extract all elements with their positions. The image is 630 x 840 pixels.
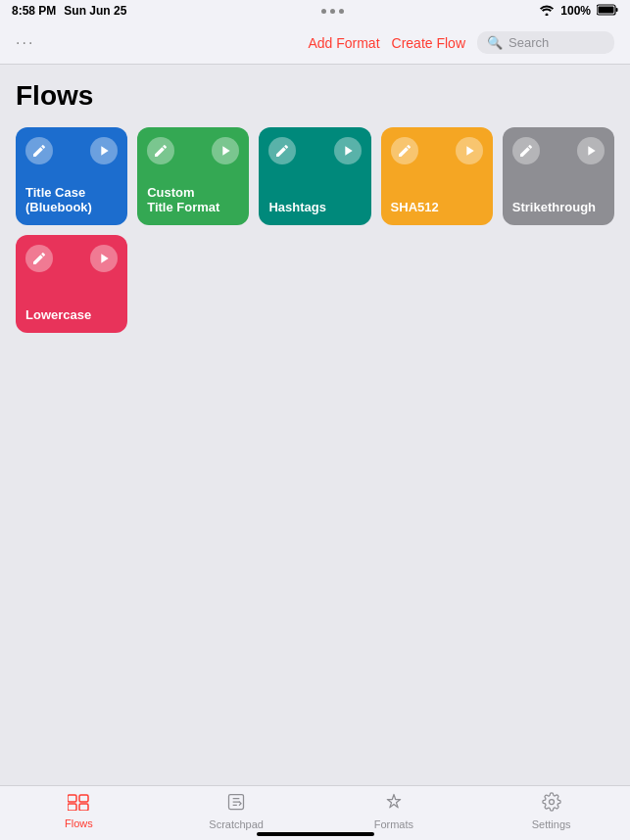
create-flow-button[interactable]: Create Flow (392, 35, 465, 51)
main-content: Flows Title Case(Bluebook) (0, 65, 630, 785)
search-placeholder: Search (509, 35, 549, 50)
tab-bar: Flows Scratchpad Formats Settings (0, 785, 630, 840)
flow-label-strikethrough: Strikethrough (512, 200, 605, 215)
edit-icon-circle-sha512 (391, 137, 418, 164)
svg-rect-6 (79, 804, 88, 811)
flow-card-lowercase[interactable]: Lowercase (16, 235, 127, 333)
edit-icon (31, 143, 47, 159)
dot1 (321, 9, 326, 14)
settings-tab-icon (542, 792, 561, 816)
flow-card-title-case[interactable]: Title Case(Bluebook) (16, 127, 127, 225)
svg-rect-5 (79, 795, 88, 802)
edit-icon-hashtags (274, 143, 290, 159)
play-icon-circle[interactable] (90, 137, 118, 164)
edit-icon-circle-custom (147, 137, 174, 164)
svg-point-8 (549, 800, 554, 805)
flow-card-custom-title[interactable]: CustomTitle Format (137, 127, 249, 225)
flow-card-sha512[interactable]: SHA512 (381, 127, 493, 225)
status-center (321, 9, 344, 14)
flow-label-custom-title: CustomTitle Format (147, 185, 239, 215)
flow-grid-row1: Title Case(Bluebook) CustomTitle Format (16, 127, 614, 225)
play-icon-lowercase (96, 251, 112, 266)
edit-icon-circle-lowercase (25, 245, 53, 272)
flow-card-strikethrough[interactable]: Strikethrough (503, 127, 614, 225)
tab-flows-label: Flows (65, 817, 93, 829)
add-format-button[interactable]: Add Format (308, 35, 379, 51)
play-icon-hashtags (340, 143, 356, 159)
formats-tab-icon (384, 792, 404, 816)
dot3 (339, 9, 344, 14)
card-icons-sha512 (391, 137, 483, 164)
page-title: Flows (16, 80, 614, 112)
status-date: Sun Jun 25 (64, 4, 126, 18)
flow-grid-row2: Lowercase (16, 235, 614, 333)
card-icons-hashtags (268, 137, 361, 164)
edit-icon-circle (25, 137, 53, 164)
nav-more-dots[interactable]: ··· (16, 34, 34, 52)
svg-rect-1 (615, 8, 617, 12)
flow-label-lowercase: Lowercase (25, 307, 118, 323)
play-icon-circle-lowercase[interactable] (90, 245, 118, 272)
card-icons-lowercase (25, 245, 118, 272)
tab-flows[interactable]: Flows (0, 793, 158, 829)
svg-rect-3 (68, 795, 76, 802)
home-indicator (257, 832, 374, 836)
card-icons-strikethrough (512, 137, 605, 164)
edit-icon-sha512 (397, 143, 412, 159)
nav-actions: Add Format Create Flow 🔍 Search (308, 31, 614, 54)
card-icons-custom (147, 137, 239, 164)
status-bar: 8:58 PM Sun Jun 25 100% (0, 0, 630, 22)
flows-tab-icon (68, 793, 89, 815)
play-icon-circle-hashtags[interactable] (334, 137, 362, 164)
tab-scratchpad[interactable]: Scratchpad (158, 792, 315, 830)
search-bar[interactable]: 🔍 Search (477, 31, 614, 54)
flow-card-hashtags[interactable]: Hashtags (259, 127, 370, 225)
edit-icon-custom (153, 143, 169, 159)
flow-label-title-case: Title Case(Bluebook) (25, 185, 118, 215)
edit-icon-circle-strikethrough (512, 137, 540, 164)
status-time: 8:58 PM (12, 4, 56, 18)
search-icon: 🔍 (487, 35, 503, 50)
play-icon-circle-strikethrough[interactable] (577, 137, 605, 164)
tab-formats-label: Formats (374, 818, 413, 830)
tab-formats[interactable]: Formats (315, 792, 473, 830)
tab-scratchpad-label: Scratchpad (209, 818, 264, 830)
edit-icon-circle-hashtags (268, 137, 296, 164)
card-icons (25, 137, 118, 164)
status-right: 100% (539, 4, 618, 19)
nav-bar: ··· Add Format Create Flow 🔍 Search (0, 22, 630, 65)
wifi-icon (539, 4, 555, 19)
dot2 (330, 9, 335, 14)
scratchpad-tab-icon (226, 792, 246, 816)
battery-percent: 100% (560, 4, 591, 18)
battery-icon (597, 4, 618, 19)
play-icon (96, 143, 112, 159)
flow-label-hashtags: Hashtags (268, 200, 361, 215)
play-icon-strikethrough (583, 143, 599, 159)
edit-icon-strikethrough (518, 143, 534, 159)
play-icon-circle-custom[interactable] (212, 137, 239, 164)
edit-icon-lowercase (31, 251, 47, 266)
flow-label-sha512: SHA512 (391, 200, 483, 215)
play-icon-circle-sha512[interactable] (456, 137, 483, 164)
play-icon-sha512 (461, 143, 477, 159)
tab-settings[interactable]: Settings (472, 792, 630, 830)
svg-rect-4 (68, 804, 76, 811)
play-icon-custom (218, 143, 233, 159)
svg-rect-2 (598, 6, 613, 13)
tab-settings-label: Settings (532, 818, 571, 830)
